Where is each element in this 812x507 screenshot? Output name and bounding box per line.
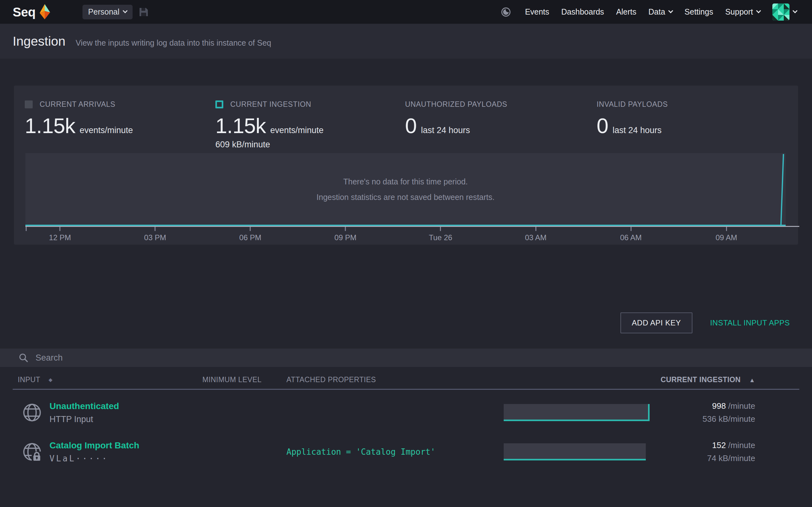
spark-cell <box>492 443 650 460</box>
table-row[interactable]: Unauthenticated HTTP Input 998 /minute 5… <box>13 397 799 428</box>
spark-cell <box>492 404 650 421</box>
stat-unit: events/minute <box>80 125 133 135</box>
input-description: HTTP Input <box>49 414 119 424</box>
legend-current-ingestion[interactable]: CURRENT INGESTION <box>215 100 323 109</box>
nav-item-support[interactable]: Support <box>725 7 760 16</box>
seq-ingestion-screen: Seq Personal <box>0 0 812 507</box>
inputs-table: INPUT ◆ MINIMUM LEVEL ATTACHED PROPERTIE… <box>13 371 799 467</box>
chart-spike <box>773 153 786 226</box>
seq-logo[interactable]: Seq <box>13 3 51 21</box>
search-bar <box>0 349 812 367</box>
page-title: Ingestion <box>13 24 65 59</box>
workspace-selector[interactable]: Personal <box>83 5 133 19</box>
chart-axis-ticks: 12 PM 03 PM 06 PM 09 PM Tue 26 03 AM 06 … <box>26 227 786 243</box>
stat-unit: last 24 hours <box>421 125 470 135</box>
ingestion-metrics-panel: CURRENT ARRIVALS 1.15k events/minute CUR… <box>14 86 798 245</box>
chevron-down-icon <box>668 8 673 13</box>
column-label: CURRENT INGESTION <box>661 376 741 384</box>
moon-icon <box>501 7 511 17</box>
ingestion-chart: There's no data for this time period. In… <box>26 153 786 226</box>
axis-tick: 03 AM <box>525 227 547 242</box>
stat-value: 1.15k <box>215 113 266 138</box>
stat-value: 1.15k <box>25 113 75 138</box>
nav-item-alerts[interactable]: Alerts <box>616 7 636 16</box>
stat-label: CURRENT ARRIVALS <box>40 100 115 109</box>
user-menu[interactable] <box>772 3 797 20</box>
avatar <box>772 3 790 20</box>
ingestion-sparkline <box>504 404 650 421</box>
input-cell: Catalog Import Batch VLaL····· <box>13 441 202 463</box>
axis-tick-label: 06 PM <box>239 233 261 242</box>
nav-item-dashboards[interactable]: Dashboards <box>561 7 604 16</box>
chevron-down-icon <box>756 8 761 13</box>
stat-label: INVALID PAYLOADS <box>597 100 668 109</box>
input-name-link[interactable]: Catalog Import Batch <box>49 441 139 451</box>
actions-row: ADD API KEY INSTALL INPUT APPS <box>620 313 790 333</box>
stat-unauthorized-payloads: UNAUTHORIZED PAYLOADS 0 last 24 hours <box>405 100 507 138</box>
nav-item-label: Events <box>525 7 549 16</box>
axis-tick-mark <box>726 227 727 231</box>
axis-tick-label: 09 AM <box>716 233 737 242</box>
nav-item-data[interactable]: Data <box>648 7 672 16</box>
volume-value: 536 kB/minute <box>650 414 755 424</box>
seq-diamond-icon <box>39 4 51 21</box>
chart-empty-line1: There's no data for this time period. <box>343 177 467 186</box>
sort-ascending-icon: ▲ <box>749 377 755 383</box>
stat-value: 0 <box>405 113 416 138</box>
column-header-attached-properties: ATTACHED PROPERTIES <box>287 376 492 384</box>
chevron-down-icon <box>122 8 128 13</box>
rate-unit: /minute <box>728 401 755 411</box>
axis-tick: 09 AM <box>716 227 737 242</box>
column-header-current-ingestion[interactable]: CURRENT INGESTION ▲ <box>650 376 799 384</box>
stat-invalid-payloads: INVALID PAYLOADS 0 last 24 hours <box>597 100 668 138</box>
workspace-label: Personal <box>88 7 119 16</box>
legend-current-arrivals[interactable]: CURRENT ARRIVALS <box>25 100 133 109</box>
axis-tick-label: 12 PM <box>49 233 71 242</box>
nav-item-events[interactable]: Events <box>525 7 549 16</box>
rate-unit: /minute <box>728 441 755 450</box>
axis-tick-label: 03 AM <box>525 233 547 242</box>
save-icon <box>138 7 149 17</box>
axis-tick: 06 AM <box>620 227 642 242</box>
axis-tick-label: 06 AM <box>620 233 642 242</box>
legend-swatch-teal <box>215 101 223 108</box>
nav-item-settings[interactable]: Settings <box>684 7 713 16</box>
column-header-input[interactable]: INPUT ◆ <box>13 376 202 384</box>
dark-mode-toggle[interactable] <box>501 7 511 17</box>
nav-item-label: Data <box>648 7 665 16</box>
axis-tick-mark <box>250 227 251 231</box>
input-name-link[interactable]: Unauthenticated <box>49 401 119 411</box>
volume-value: 74 kB/minute <box>650 453 755 463</box>
input-cell: Unauthenticated HTTP Input <box>13 401 202 424</box>
add-api-key-button[interactable]: ADD API KEY <box>620 313 693 333</box>
stat-label: UNAUTHORIZED PAYLOADS <box>405 100 507 109</box>
nav-item-label: Alerts <box>616 7 636 16</box>
globe-icon <box>22 403 42 422</box>
nav-item-label: Settings <box>684 7 713 16</box>
stat-unit: last 24 hours <box>612 125 662 135</box>
chart-empty-line2: Ingestion statistics are not saved betwe… <box>316 193 495 202</box>
top-nav: Seq Personal <box>0 0 812 24</box>
save-workspace-button[interactable] <box>138 7 149 17</box>
stat-secondary: 609 kB/minute <box>215 140 323 150</box>
nav-links: Events Dashboards Alerts Data Settings S… <box>501 3 797 20</box>
column-label: INPUT <box>18 376 40 384</box>
search-input[interactable] <box>36 353 804 363</box>
axis-tick-mark <box>345 227 346 231</box>
axis-tick: 12 PM <box>49 227 71 242</box>
brand-name: Seq <box>13 3 36 21</box>
stat-label: CURRENT INGESTION <box>230 100 311 109</box>
table-row[interactable]: Catalog Import Batch VLaL····· Applicati… <box>13 437 799 467</box>
axis-tick: 09 PM <box>334 227 356 242</box>
stat-current-arrivals: CURRENT ARRIVALS 1.15k events/minute <box>25 100 133 138</box>
stat-unit: events/minute <box>270 125 323 135</box>
nav-item-label: Dashboards <box>561 7 604 16</box>
chart-empty-state: There's no data for this time period. In… <box>26 153 786 226</box>
stat-current-ingestion: CURRENT INGESTION 1.15k events/minute 60… <box>215 100 323 150</box>
rate-value: 152 <box>712 441 726 450</box>
attached-properties-cell: Application = 'Catalog Import' <box>287 447 492 457</box>
install-input-apps-link[interactable]: INSTALL INPUT APPS <box>710 319 790 327</box>
ingestion-sparkline <box>504 443 646 460</box>
chevron-down-icon <box>793 8 798 13</box>
axis-tick-mark <box>60 227 61 231</box>
